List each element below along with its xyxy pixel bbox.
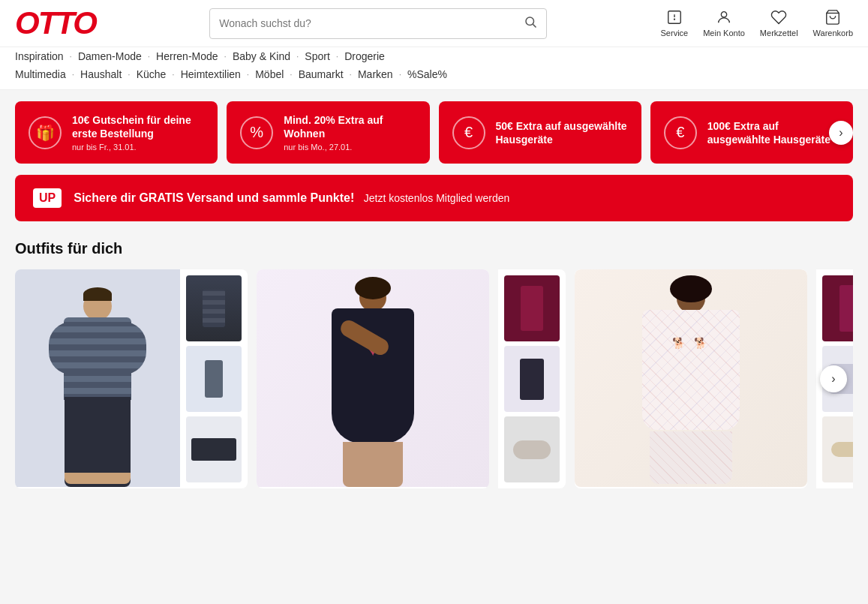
nav-sep-1: · bbox=[70, 51, 72, 62]
promo-banner-2[interactable]: % Mind. 20% Extra auf Wohnen nur bis Mo.… bbox=[227, 101, 429, 164]
svg-line-1 bbox=[533, 24, 536, 27]
nav-sep-5: · bbox=[336, 51, 338, 62]
nav-sep-4: · bbox=[296, 51, 299, 62]
account-label: Mein Konto bbox=[703, 29, 745, 38]
service-label: Service bbox=[661, 29, 689, 38]
otto-logo[interactable]: OTTO bbox=[15, 8, 96, 39]
nav-row-2: Multimedia · Haushalt · Küche · Heimtext… bbox=[15, 65, 853, 83]
promo-banners-container: 🎁 10€ Gutschein für deine erste Bestellu… bbox=[15, 101, 853, 164]
euro-icon-4: € bbox=[664, 116, 697, 149]
account-action[interactable]: Mein Konto bbox=[703, 9, 745, 38]
outfits-title: Outfits für dich bbox=[15, 240, 853, 257]
promo-main-1: 10€ Gutschein für deine erste Bestellung bbox=[72, 113, 204, 140]
svg-point-4 bbox=[674, 19, 674, 20]
up-cta-text: Jetzt kostenlos Mitglied werden bbox=[364, 192, 510, 204]
outfit-2-thumbnails bbox=[498, 269, 566, 488]
up-main-text-bold: Sichere dir GRATIS Versand und sammle Pu… bbox=[74, 191, 354, 204]
up-main-text: Sichere dir GRATIS Versand und sammle Pu… bbox=[74, 191, 509, 205]
promo-sub-1: nur bis Fr., 31.01. bbox=[72, 143, 204, 152]
header-actions: Service Mein Konto Merkzettel Warenkorb bbox=[661, 9, 853, 38]
promo-banner-4[interactable]: € 100€ Extra auf ausgewählte Hausgeräte bbox=[650, 101, 853, 164]
search-icon[interactable] bbox=[524, 15, 537, 32]
thumb-1-2[interactable] bbox=[186, 346, 242, 412]
outfit-card-2[interactable]: ♥ bbox=[257, 269, 489, 488]
promo-main-2: Mind. 20% Extra auf Wohnen bbox=[284, 113, 416, 140]
nav-multimedia[interactable]: Multimedia bbox=[15, 65, 66, 83]
promo-banner-3[interactable]: € 50€ Extra auf ausgewählte Hausgeräte bbox=[439, 101, 641, 164]
nav-drogerie[interactable]: Drogerie bbox=[344, 47, 385, 65]
outfits-section: Outfits für dich bbox=[0, 233, 868, 496]
outfits-next-button[interactable]: › bbox=[820, 365, 847, 392]
promo-text-1: 10€ Gutschein für deine erste Bestellung… bbox=[72, 113, 204, 152]
header: OTTO Service Mein Konto bbox=[0, 0, 868, 47]
nav-marken[interactable]: Marken bbox=[358, 65, 393, 83]
up-banner[interactable]: UP Sichere dir GRATIS Versand und sammle… bbox=[15, 175, 853, 221]
euro-icon-3: € bbox=[452, 116, 485, 149]
thumb-2-2[interactable] bbox=[504, 346, 560, 412]
nav-moebel[interactable]: Möbel bbox=[255, 65, 284, 83]
service-action[interactable]: Service bbox=[661, 9, 689, 38]
thumb-2-1[interactable] bbox=[504, 275, 560, 341]
up-badge: UP bbox=[33, 188, 62, 208]
wishlist-label: Merkzettel bbox=[760, 29, 798, 38]
nav-inspiration[interactable]: Inspiration bbox=[15, 47, 64, 65]
thumb-3-3[interactable] bbox=[822, 416, 853, 482]
promo-text-2: Mind. 20% Extra auf Wohnen nur bis Mo., … bbox=[284, 113, 416, 152]
nav-row-1: Inspiration · Damen-Mode · Herren-Mode ·… bbox=[15, 47, 853, 65]
thumb-1-3[interactable] bbox=[186, 416, 242, 482]
promo-banner-1[interactable]: 🎁 10€ Gutschein für deine erste Bestellu… bbox=[15, 101, 218, 164]
nav-sep-3: · bbox=[224, 51, 227, 62]
nav-damen[interactable]: Damen-Mode bbox=[78, 47, 142, 65]
nav-baumarkt[interactable]: Baumarkt bbox=[299, 65, 344, 83]
outfit-1-thumbnails bbox=[180, 269, 248, 488]
cart-label: Warenkorb bbox=[813, 29, 853, 38]
promo-main-4: 100€ Extra auf ausgewählte Hausgeräte bbox=[707, 119, 839, 146]
nav-heimtextilien[interactable]: Heimtextilien bbox=[181, 65, 241, 83]
nav-herren[interactable]: Herren-Mode bbox=[156, 47, 218, 65]
outfit-card-3[interactable]: 🐕 🐕 bbox=[575, 269, 807, 488]
promo-section: 🎁 10€ Gutschein für deine erste Bestellu… bbox=[0, 90, 868, 175]
nav-sale[interactable]: %Sale% bbox=[407, 65, 447, 83]
nav-kueche[interactable]: Küche bbox=[137, 65, 167, 83]
nav-baby[interactable]: Baby & Kind bbox=[233, 47, 290, 65]
percent-icon: % bbox=[240, 116, 273, 149]
navigation: Inspiration · Damen-Mode · Herren-Mode ·… bbox=[0, 47, 868, 90]
gift-icon: 🎁 bbox=[29, 116, 62, 149]
promo-text-4: 100€ Extra auf ausgewählte Hausgeräte bbox=[707, 119, 839, 146]
wishlist-action[interactable]: Merkzettel bbox=[760, 9, 798, 38]
promo-next-button[interactable]: › bbox=[829, 121, 853, 145]
thumb-3-1[interactable] bbox=[822, 275, 853, 341]
svg-point-5 bbox=[721, 12, 726, 17]
thumb-2-3[interactable] bbox=[504, 416, 560, 482]
cart-action[interactable]: Warenkorb bbox=[813, 9, 853, 38]
thumb-1-1[interactable] bbox=[186, 275, 242, 341]
svg-point-0 bbox=[526, 17, 534, 26]
nav-sport[interactable]: Sport bbox=[305, 47, 329, 65]
promo-main-3: 50€ Extra auf ausgewählte Hausgeräte bbox=[496, 119, 628, 146]
nav-haushalt[interactable]: Haushalt bbox=[80, 65, 122, 83]
nav-sep-2: · bbox=[148, 51, 150, 62]
search-input[interactable] bbox=[219, 17, 524, 29]
search-container bbox=[209, 8, 547, 39]
promo-text-3: 50€ Extra auf ausgewählte Hausgeräte bbox=[496, 119, 628, 146]
promo-sub-2: nur bis Mo., 27.01. bbox=[284, 143, 416, 152]
outfit-card-1[interactable] bbox=[15, 269, 248, 488]
outfits-grid: ♥ bbox=[15, 269, 853, 488]
